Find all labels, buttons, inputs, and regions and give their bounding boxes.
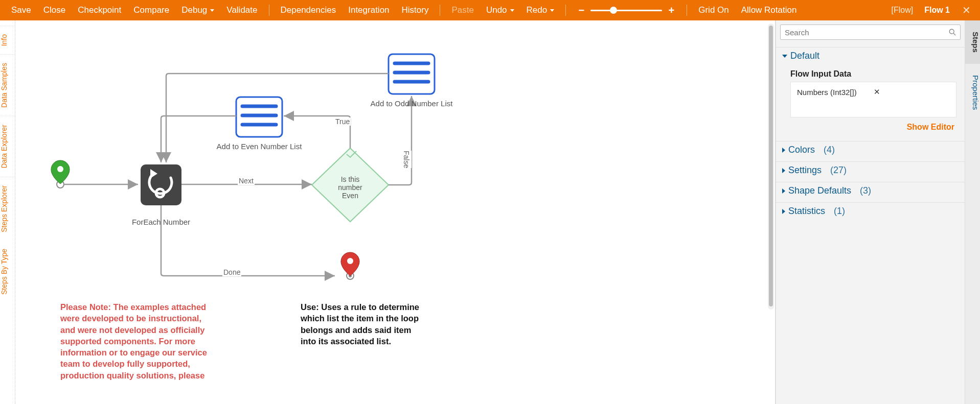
svg-text:Is this: Is this xyxy=(341,175,360,183)
even-list-step[interactable] xyxy=(236,97,282,137)
zoom-out-button[interactable]: − xyxy=(577,5,585,16)
group-settings[interactable]: Settings (27) xyxy=(776,161,965,179)
flow-input-title: Flow Input Data xyxy=(790,69,956,79)
zoom-in-button[interactable]: + xyxy=(667,5,675,16)
flow-input-item[interactable]: Numbers (Int32[]) ✕ xyxy=(797,87,950,97)
caret-right-icon xyxy=(782,148,785,153)
tab-steps-by-type[interactable]: Steps By Type xyxy=(0,241,15,303)
remove-input-button[interactable]: ✕ xyxy=(874,87,950,97)
edge-false-label: False xyxy=(401,151,412,168)
search-input-wrap xyxy=(780,25,961,40)
tab-steps-explorer[interactable]: Steps Explorer xyxy=(0,177,15,241)
foreach-step[interactable] xyxy=(141,164,181,205)
svg-point-1 xyxy=(57,166,63,172)
grid-on-button[interactable]: Grid On xyxy=(693,3,734,17)
show-editor-link[interactable]: Show Editor xyxy=(790,117,956,134)
group-colors[interactable]: Colors (4) xyxy=(776,141,965,158)
svg-text:Even: Even xyxy=(342,192,358,200)
tab-data-samples[interactable]: Data Samples xyxy=(0,54,15,116)
caret-right-icon xyxy=(782,168,785,173)
svg-rect-2 xyxy=(141,164,181,205)
flow-canvas-container: ForEach Number Is this number Even xyxy=(15,20,776,404)
flow-input-card: Numbers (Int32[]) ✕ xyxy=(790,82,956,117)
svg-text:number: number xyxy=(338,183,362,192)
top-toolbar: Save Close Checkpoint Compare Debug Vali… xyxy=(0,0,980,20)
svg-point-19 xyxy=(949,29,954,34)
save-button[interactable]: Save xyxy=(6,3,36,17)
even-list-label: Add to Even Number List xyxy=(217,142,303,151)
zoom-slider-thumb[interactable] xyxy=(610,7,617,14)
debug-button[interactable]: Debug xyxy=(176,3,219,17)
toolbar-separator xyxy=(687,5,687,16)
toolbar-separator xyxy=(440,5,440,16)
undo-button[interactable]: Undo xyxy=(481,3,519,17)
tab-properties[interactable]: Properties xyxy=(965,64,980,121)
close-designer-button[interactable]: ✕ xyxy=(959,4,974,16)
chevron-down-icon xyxy=(550,9,554,12)
checkpoint-button[interactable]: Checkpoint xyxy=(73,3,126,17)
tab-steps[interactable]: Steps xyxy=(965,20,980,64)
group-default[interactable]: Default xyxy=(776,47,965,64)
flow-name: Flow 1 xyxy=(924,6,950,15)
odd-list-label: Add to Odd Number List xyxy=(371,99,453,108)
odd-list-step[interactable] xyxy=(389,54,435,94)
history-button[interactable]: History xyxy=(397,3,434,17)
chevron-down-icon xyxy=(510,9,514,12)
svg-line-20 xyxy=(953,33,955,35)
zoom-control: − + xyxy=(577,5,675,16)
paste-button[interactable]: Paste xyxy=(446,3,478,17)
search-input[interactable] xyxy=(785,28,949,37)
note-black: Use: Uses a rule to determine which list… xyxy=(301,301,423,347)
close-button[interactable]: Close xyxy=(38,3,71,17)
svg-point-18 xyxy=(347,258,353,264)
edge-next-label: Next xyxy=(238,177,255,185)
note-red: Please Note: The examples attached were … xyxy=(60,301,209,381)
flow-type-label: [Flow] xyxy=(892,6,914,15)
redo-button[interactable]: Redo xyxy=(521,3,560,17)
integration-button[interactable]: Integration xyxy=(343,3,394,17)
tab-data-explorer[interactable]: Data Explorer xyxy=(0,116,15,177)
group-statistics[interactable]: Statistics (1) xyxy=(776,202,965,220)
left-tab-strip: Info Data Samples Data Explorer Steps Ex… xyxy=(0,20,15,404)
edge-true-label: True xyxy=(334,117,351,126)
decision-step[interactable]: Is this number Even xyxy=(312,148,389,222)
zoom-slider[interactable] xyxy=(590,10,662,11)
edge-done-label: Done xyxy=(222,268,241,276)
right-panel: Default Flow Input Data Numbers (Int32[]… xyxy=(776,20,980,404)
validate-button[interactable]: Validate xyxy=(221,3,262,17)
allow-rotation-button[interactable]: Allow Rotation xyxy=(736,3,802,17)
caret-right-icon xyxy=(782,209,785,214)
toolbar-separator xyxy=(565,5,566,16)
flow-canvas[interactable]: ForEach Number Is this number Even xyxy=(15,20,775,404)
toolbar-separator xyxy=(269,5,269,16)
end-step[interactable] xyxy=(341,252,359,279)
caret-down-icon xyxy=(782,55,787,58)
group-shape-defaults[interactable]: Shape Defaults (3) xyxy=(776,182,965,199)
tab-info[interactable]: Info xyxy=(0,26,15,54)
chevron-down-icon xyxy=(210,9,214,12)
caret-right-icon xyxy=(782,188,785,194)
dependencies-button[interactable]: Dependencies xyxy=(276,3,341,17)
compare-button[interactable]: Compare xyxy=(128,3,174,17)
right-tab-strip: Steps Properties xyxy=(965,20,980,404)
search-icon xyxy=(949,29,956,36)
